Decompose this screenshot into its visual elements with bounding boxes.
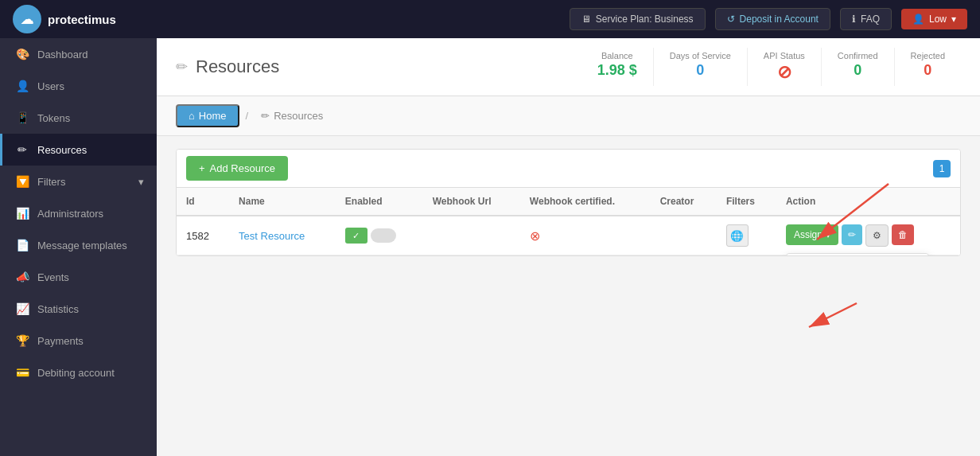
administrators-icon: 📊 — [15, 207, 29, 220]
balance-label: Balance — [597, 51, 637, 60]
assign-label: Assign — [794, 229, 822, 240]
assign-dropdown-menu: 👤 Users Tokens — [786, 253, 929, 256]
home-label: Home — [199, 110, 227, 122]
sidebar-item-label: Events — [37, 271, 69, 283]
sidebar-item-payments[interactable]: 🏆 Payments — [0, 325, 157, 357]
col-webhook-certified: Webhook certified. — [520, 188, 651, 216]
sidebar-item-message-templates[interactable]: 📄 Message templates — [0, 229, 157, 261]
webhook-error-icon: ⊗ — [530, 229, 540, 243]
days-label: Days of Service — [670, 51, 731, 60]
action-wrap: Assign ▾ 👤 Users — [786, 224, 951, 247]
cell-name: Test Resource — [229, 216, 336, 255]
resource-name-link[interactable]: Test Resource — [239, 230, 305, 242]
sidebar-item-label: Dashboard — [37, 49, 88, 60]
api-label: API Status — [764, 51, 805, 60]
deposit-button[interactable]: ↺ Deposit in Account — [715, 8, 830, 30]
add-resource-label: Add Resource — [210, 162, 275, 174]
cell-action: Assign ▾ 👤 Users — [776, 216, 960, 255]
faq-label: FAQ — [861, 14, 880, 25]
col-id: Id — [177, 188, 229, 216]
stat-rejected: Rejected 0 — [895, 48, 961, 86]
resources-table: Id Name Enabled Webhook Url Webhook cert… — [177, 188, 960, 255]
confirmed-value: 0 — [838, 62, 878, 79]
message-templates-icon: 📄 — [15, 239, 29, 251]
col-webhook-url: Webhook Url — [423, 188, 520, 216]
delete-button[interactable]: 🗑 — [892, 224, 914, 245]
api-value: ⊘ — [764, 62, 805, 83]
logo-text: protectimus — [48, 13, 116, 26]
table-count-badge: 1 — [933, 160, 951, 177]
cell-creator — [651, 216, 717, 255]
events-icon: 📣 — [15, 271, 29, 283]
cell-filters: 🌐 — [717, 216, 776, 255]
col-filters: Filters — [717, 188, 776, 216]
page-header: ✏ Resources Balance 1.98 $ Days of Servi… — [157, 38, 980, 96]
user-menu-button[interactable]: 👤 Low ▾ — [901, 9, 967, 29]
add-resource-button[interactable]: + Add Resource — [186, 156, 288, 181]
breadcrumb-separator: / — [246, 110, 249, 122]
col-enabled: Enabled — [336, 188, 423, 216]
logo: ☁ protectimus — [13, 5, 116, 33]
sidebar-item-label: Resources — [37, 144, 87, 156]
rejected-label: Rejected — [911, 51, 945, 60]
home-breadcrumb-button[interactable]: ⌂ Home — [176, 104, 239, 127]
user-icon: 👤 — [912, 14, 924, 25]
table-header-row: Id Name Enabled Webhook Url Webhook cert… — [177, 188, 960, 216]
col-name: Name — [229, 188, 336, 216]
debiting-account-icon: 💳 — [15, 366, 29, 379]
balance-value: 1.98 $ — [597, 62, 637, 79]
sidebar-item-administrators[interactable]: 📊 Administrators — [0, 197, 157, 229]
breadcrumb: ⌂ Home / ✏ Resources — [157, 96, 980, 136]
payments-icon: 🏆 — [15, 334, 29, 347]
breadcrumb-current-icon: ✏ — [261, 110, 270, 122]
settings-button[interactable]: ⚙ — [865, 224, 889, 247]
main-content: ✏ Resources Balance 1.98 $ Days of Servi… — [157, 38, 980, 456]
cell-webhook-certified: ⊗ — [520, 216, 651, 255]
sidebar-item-filters[interactable]: 🔽 Filters ▾ — [0, 166, 157, 197]
breadcrumb-current: ✏ Resources — [255, 106, 329, 126]
sidebar: 🎨 Dashboard 👤 Users 📱 Tokens ✏ Resources… — [0, 38, 157, 456]
stat-confirmed: Confirmed 0 — [822, 48, 895, 86]
service-plan-label: Service Plan: Business — [596, 14, 694, 25]
deposit-label: Deposit in Account — [740, 14, 819, 25]
sidebar-item-label: Filters — [37, 176, 65, 188]
days-value: 0 — [670, 62, 731, 79]
sidebar-item-label: Statistics — [37, 303, 79, 315]
sidebar-item-debiting-account[interactable]: 💳 Debiting account — [0, 357, 157, 388]
sidebar-item-label: Administrators — [37, 208, 103, 220]
add-icon: + — [199, 162, 205, 174]
svg-line-2 — [809, 303, 857, 327]
edit-button[interactable]: ✏ — [842, 224, 862, 245]
toggle-enabled-button[interactable] — [345, 228, 368, 244]
main-layout: 🎨 Dashboard 👤 Users 📱 Tokens ✏ Resources… — [0, 38, 980, 456]
resources-table-area: + Add Resource 1 Id Name Enabled Webhook… — [157, 136, 980, 269]
filter-globe-button[interactable]: 🌐 — [726, 224, 749, 247]
service-plan-icon: 🖥 — [581, 14, 591, 25]
col-action: Action — [776, 188, 960, 216]
logo-icon: ☁ — [13, 5, 41, 33]
sidebar-item-statistics[interactable]: 📈 Statistics — [0, 293, 157, 325]
toggle-wrap — [345, 228, 414, 244]
table-container: + Add Resource 1 Id Name Enabled Webhook… — [176, 149, 961, 256]
sidebar-item-resources[interactable]: ✏ Resources — [0, 134, 157, 166]
table-header-bar: + Add Resource 1 — [177, 150, 960, 188]
toggle-track[interactable] — [371, 228, 396, 243]
sidebar-item-tokens[interactable]: 📱 Tokens — [0, 102, 157, 134]
cell-enabled — [336, 216, 423, 255]
sidebar-item-dashboard[interactable]: 🎨 Dashboard — [0, 38, 157, 70]
stat-balance: Balance 1.98 $ — [581, 48, 654, 86]
statistics-icon: 📈 — [15, 302, 29, 315]
filters-icon: 🔽 — [15, 175, 29, 188]
faq-button[interactable]: ℹ FAQ — [840, 8, 892, 30]
filter-caret-icon: ▾ — [138, 176, 144, 188]
assign-caret-icon: ▾ — [826, 229, 830, 240]
confirmed-label: Confirmed — [838, 51, 878, 60]
assign-button[interactable]: Assign ▾ — [786, 224, 838, 245]
sidebar-item-events[interactable]: 📣 Events — [0, 261, 157, 293]
users-icon: 👤 — [15, 80, 29, 92]
cell-id: 1582 — [177, 216, 229, 255]
sidebar-item-users[interactable]: 👤 Users — [0, 70, 157, 102]
table-row: 1582 Test Resource — [177, 216, 960, 255]
service-plan-button[interactable]: 🖥 Service Plan: Business — [570, 8, 706, 30]
tokens-icon: 📱 — [15, 111, 29, 124]
